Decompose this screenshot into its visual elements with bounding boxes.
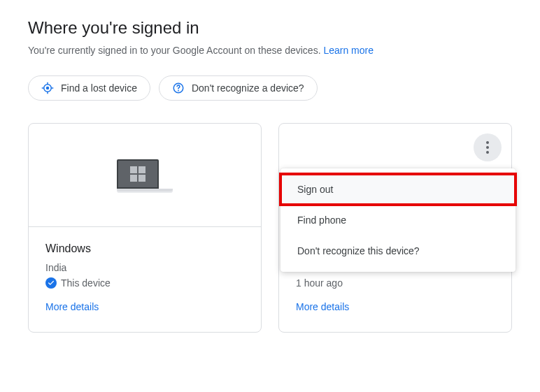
device-status-text: This device bbox=[61, 277, 111, 289]
menu-dont-recognize[interactable]: Don't recognize this device? bbox=[280, 235, 516, 266]
menu-sign-out[interactable]: Sign out bbox=[280, 174, 516, 205]
learn-more-link[interactable]: Learn more bbox=[323, 45, 374, 56]
dont-recognize-chip[interactable]: Don't recognize a device? bbox=[159, 75, 318, 101]
page-title: Where you're signed in bbox=[28, 18, 512, 38]
device-options-menu: Sign out Find phone Don't recognize this… bbox=[280, 168, 516, 272]
check-icon bbox=[45, 277, 57, 289]
chip-row: Find a lost device Don't recognize a dev… bbox=[28, 75, 512, 101]
svg-point-1 bbox=[46, 87, 50, 90]
page-subtitle: You're currently signed in to your Googl… bbox=[28, 45, 512, 56]
find-lost-device-label: Find a lost device bbox=[61, 82, 137, 94]
more-details-link[interactable]: More details bbox=[45, 301, 244, 312]
menu-find-phone[interactable]: Find phone bbox=[280, 205, 516, 235]
device-cards: Windows India This device More details S… bbox=[28, 123, 512, 333]
device-name: Windows bbox=[45, 242, 244, 255]
device-card-windows: Windows India This device More details bbox=[28, 123, 262, 333]
device-location: India bbox=[45, 262, 244, 273]
device-status-text: 1 hour ago bbox=[296, 277, 343, 289]
device-card-phone: Sign out Find phone Don't recognize this… bbox=[278, 123, 512, 333]
laptop-icon bbox=[117, 159, 173, 191]
find-lost-device-chip[interactable]: Find a lost device bbox=[28, 75, 150, 101]
more-options-button[interactable] bbox=[474, 133, 502, 161]
target-icon bbox=[41, 82, 54, 94]
device-illustration bbox=[29, 124, 261, 227]
kebab-icon bbox=[486, 146, 489, 149]
dont-recognize-label: Don't recognize a device? bbox=[192, 82, 304, 94]
help-icon bbox=[172, 82, 185, 94]
device-status: 1 hour ago bbox=[296, 277, 495, 289]
subtitle-text: You're currently signed in to your Googl… bbox=[28, 45, 321, 56]
more-details-link[interactable]: More details bbox=[296, 301, 495, 312]
svg-point-7 bbox=[178, 90, 179, 92]
device-status: This device bbox=[45, 277, 244, 289]
